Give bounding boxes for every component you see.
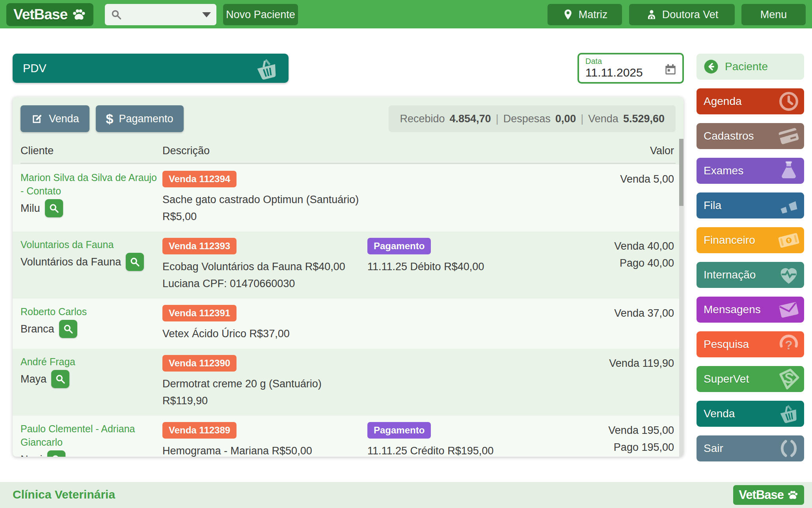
recebido-label: Recebido bbox=[400, 113, 445, 125]
client-name-link[interactable]: Paulo Clementel - Adriana Giancarlo bbox=[20, 422, 162, 449]
heart-monitor-icon bbox=[777, 263, 800, 286]
scrollbar-thumb[interactable] bbox=[679, 139, 683, 206]
row-search-button[interactable] bbox=[59, 320, 77, 338]
footer-logo-text: VetBase bbox=[739, 488, 784, 502]
scrollbar-track[interactable] bbox=[679, 139, 683, 457]
matriz-button[interactable]: Matriz bbox=[548, 4, 622, 25]
row-search-button[interactable] bbox=[51, 370, 69, 388]
cliente-cell: Paulo Clementel - Adriana GiancarloNupi bbox=[20, 422, 162, 457]
client-name-link[interactable]: Roberto Carlos bbox=[20, 305, 162, 318]
payment-description: 11.11.25 Crédito R$195,00 bbox=[367, 443, 533, 457]
paw-icon bbox=[71, 7, 86, 22]
chevron-down-icon[interactable] bbox=[202, 12, 211, 17]
sidebar-back-label: Paciente bbox=[725, 60, 768, 73]
paw-icon bbox=[787, 489, 799, 501]
sales-table-body: Marion Silva da Silva de Araujo - Contat… bbox=[13, 164, 683, 457]
sale-description: Hemograma - Mariana R$50,00 bbox=[162, 443, 367, 457]
row-search-button[interactable] bbox=[45, 199, 63, 217]
venda-total-value: 5.529,60 bbox=[623, 113, 665, 125]
flask-icon bbox=[777, 159, 800, 182]
sale-description: Dermotrat creme 20 g (Santuário) R$119,9… bbox=[162, 375, 367, 409]
venda-tab-label: Venda bbox=[49, 113, 79, 125]
table-row: Paulo Clementel - Adriana GiancarloNupiV… bbox=[13, 416, 683, 457]
search-icon bbox=[51, 454, 62, 457]
cliente-cell: André FragaMaya bbox=[20, 355, 162, 409]
date-field[interactable]: Data 11.11.2025 bbox=[577, 53, 684, 84]
pagamento-tab-button[interactable]: $ Pagamento bbox=[96, 105, 184, 132]
money-icon bbox=[777, 229, 800, 252]
basket-icon bbox=[251, 54, 283, 83]
sidebar-item-cadastros[interactable]: Cadastros bbox=[697, 123, 804, 149]
dollar-icon: $ bbox=[106, 112, 114, 125]
pet-name: Voluntários da Fauna bbox=[20, 256, 121, 268]
sidebar-item-label: Venda bbox=[704, 407, 735, 420]
sidebar-item-mensagens[interactable]: Mensagens bbox=[697, 297, 804, 323]
menu-button[interactable]: Menu bbox=[741, 4, 806, 25]
calendar-icon[interactable] bbox=[664, 63, 677, 76]
sidebar-item-fila[interactable]: Fila bbox=[697, 192, 804, 219]
totals-summary: Recebido 4.854,70 | Despesas 0,00 | Vend… bbox=[389, 105, 676, 132]
sidebar-item-label: Cadastros bbox=[704, 130, 754, 142]
edit-pencil-icon bbox=[31, 112, 43, 125]
sidebar-item-internacao[interactable]: Internação bbox=[697, 262, 804, 288]
pet-line: Branca bbox=[20, 320, 162, 338]
client-name-link[interactable]: Marion Silva da Silva de Araujo - Contat… bbox=[20, 171, 162, 198]
global-search[interactable] bbox=[105, 4, 216, 25]
pdv-title-banner: PDV bbox=[13, 54, 289, 83]
column-header-cliente: Cliente bbox=[20, 145, 162, 157]
sidebar-item-agenda[interactable]: Agenda bbox=[697, 88, 804, 114]
sidebar-item-label: Sair bbox=[704, 442, 723, 455]
pet-line: Milu bbox=[20, 199, 162, 217]
pdv-toolbar: Venda $ Pagamento Recebido 4.854,70 | De… bbox=[20, 105, 676, 132]
row-value: Venda 40,00 bbox=[533, 238, 674, 255]
sidebar-item-label: Fila bbox=[704, 199, 721, 212]
novo-paciente-button[interactable]: Novo Paciente bbox=[223, 4, 298, 25]
sale-badge: Venda 112391 bbox=[162, 305, 237, 321]
date-value: 11.11.2025 bbox=[585, 66, 676, 79]
sidebar-item-pesquisa[interactable]: Pesquisa? bbox=[697, 331, 804, 357]
valor-cell: Venda 5,00 bbox=[533, 171, 676, 225]
pdv-panel: Venda $ Pagamento Recebido 4.854,70 | De… bbox=[13, 97, 683, 457]
descricao-cell: Venda 112391Vetex Ácido Úrico R$37,00 bbox=[162, 305, 367, 342]
vetbase-app: VetBase Novo Paciente Matriz Doutora Vet… bbox=[0, 0, 812, 508]
footer-vetbase-logo: VetBase bbox=[733, 485, 804, 505]
row-value: Pago 40,00 bbox=[533, 255, 674, 272]
sale-badge: Venda 112394 bbox=[162, 171, 237, 187]
search-icon bbox=[129, 256, 140, 267]
pagamento-cell bbox=[367, 355, 533, 409]
valor-cell: Venda 37,00 bbox=[533, 305, 676, 342]
sidebar-item-sair[interactable]: Sair bbox=[697, 435, 804, 461]
sidebar-item-exames[interactable]: Exames bbox=[697, 158, 804, 184]
row-search-button[interactable] bbox=[126, 253, 144, 271]
basket-icon bbox=[777, 402, 800, 425]
valor-cell: Venda 40,00Pago 40,00 bbox=[533, 238, 676, 292]
venda-tab-button[interactable]: Venda bbox=[20, 105, 89, 132]
separator: | bbox=[496, 113, 499, 125]
pagamento-cell: Pagamento11.11.25 Crédito R$195,00 bbox=[367, 422, 533, 457]
sidebar-item-supervet[interactable]: SuperVet bbox=[697, 366, 804, 392]
matriz-label: Matriz bbox=[579, 9, 608, 21]
search-input[interactable] bbox=[126, 9, 198, 20]
client-name-link[interactable]: André Fraga bbox=[20, 355, 162, 368]
sidebar-back-paciente[interactable]: Paciente bbox=[697, 54, 804, 80]
exit-icon bbox=[777, 437, 800, 460]
pet-name: Nupi bbox=[20, 454, 43, 457]
vetbase-logo-text: VetBase bbox=[13, 6, 67, 23]
separator: | bbox=[581, 113, 583, 125]
row-value: Venda 195,00 bbox=[533, 422, 674, 439]
question-icon: ? bbox=[777, 333, 800, 356]
table-row: Roberto CarlosBrancaVenda 112391Vetex Ác… bbox=[13, 299, 683, 349]
user-button[interactable]: Doutora Vet bbox=[629, 4, 735, 25]
clinic-name: Clínica Veterinária bbox=[13, 488, 115, 501]
search-icon bbox=[63, 323, 74, 334]
vetbase-logo[interactable]: VetBase bbox=[6, 3, 93, 26]
row-search-button[interactable] bbox=[47, 450, 65, 457]
back-arrow-icon bbox=[704, 59, 719, 74]
sidebar-item-venda[interactable]: Venda bbox=[697, 401, 804, 427]
novo-paciente-label: Novo Paciente bbox=[226, 9, 295, 21]
sidebar-item-financeiro[interactable]: Financeiro bbox=[697, 227, 804, 253]
client-name-link[interactable]: Voluntarios da Fauna bbox=[20, 238, 162, 251]
descricao-cell: Venda 112390Dermotrat creme 20 g (Santuá… bbox=[162, 355, 367, 409]
descricao-cell: Venda 112393Ecobag Voluntários da Fauna … bbox=[162, 238, 367, 292]
queue-icon bbox=[777, 194, 800, 217]
